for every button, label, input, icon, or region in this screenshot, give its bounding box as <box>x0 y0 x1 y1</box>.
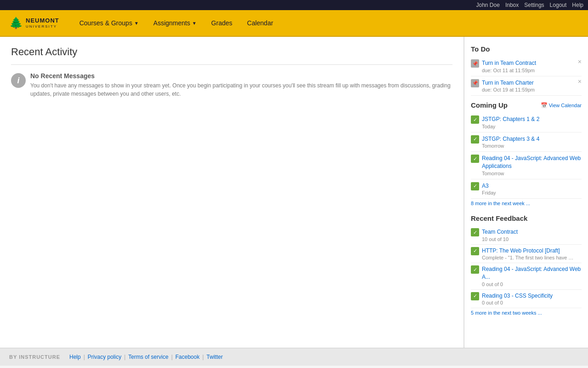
coming-up-item-0: ✓ JSTGP: Chapters 1 & 2 Today <box>471 113 582 132</box>
coming-up-item-1: ✓ JSTGP: Chapters 3 & 4 Tomorrow <box>471 132 582 152</box>
feedback-check-1: ✓ <box>471 247 479 255</box>
view-calendar-link[interactable]: 📅 View Calendar <box>541 102 582 109</box>
coming-up-item-2-when: Tomorrow <box>482 171 582 176</box>
coming-up-item-1-when: Tomorrow <box>482 143 539 149</box>
todo-item-1-content: Turn in Team Charter due: Oct 19 at 11:5… <box>482 79 535 93</box>
coming-up-item-2-link[interactable]: Reading 04 - JavaScript: Advanced Web Ap… <box>482 155 581 169</box>
coming-up-item-1-link[interactable]: JSTGP: Chapters 3 & 4 <box>482 136 539 142</box>
main-header: 🌲 NEUMONT UNIVERSITY Courses & Groups ▼ … <box>0 10 588 37</box>
help-link[interactable]: Help <box>572 2 583 8</box>
feedback-check-3: ✓ <box>471 292 479 300</box>
feedback-item-2: ✓ Reading 04 - JavaScript: Advanced Web … <box>471 263 582 289</box>
logo-area[interactable]: 🌲 NEUMONT UNIVERSITY <box>9 17 59 29</box>
pin-icon-0: 📌 <box>471 59 479 68</box>
todo-item-0: 📌 Turn in Team Contract due: Oct 11 at 1… <box>471 57 582 76</box>
todo-item-0-link[interactable]: Turn in Team Contract <box>482 60 536 66</box>
check-icon-2: ✓ <box>471 155 479 163</box>
todo-item-1-close[interactable]: × <box>578 78 582 85</box>
feedback-item-0-score: 10 out of 10 <box>482 236 582 242</box>
nav-grades[interactable]: Grades <box>205 17 239 29</box>
pin-icon-1: 📌 <box>471 79 479 87</box>
user-name: John Doe <box>476 2 500 8</box>
settings-link[interactable]: Settings <box>524 2 544 8</box>
sidebar: To Do 📌 Turn in Team Contract due: Oct 1… <box>464 37 588 348</box>
no-messages-desc: You don't have any messages to show in y… <box>30 81 452 98</box>
feedback-item-3-score: 0 out of 0 <box>482 300 582 305</box>
check-icon-3: ✓ <box>471 182 479 190</box>
logo-subname: UNIVERSITY <box>26 24 59 29</box>
inbox-link[interactable]: Inbox <box>505 2 519 8</box>
coming-up-item-3: ✓ A3 Friday <box>471 179 582 199</box>
footer-brand: BY INSTRUCTURE <box>9 354 60 360</box>
todo-item-0-content: Turn in Team Contract due: Oct 11 at 11:… <box>482 59 536 73</box>
footer-twitter-link[interactable]: Twitter <box>207 354 223 360</box>
feedback-item-1-score: Complete - "1. The first two lines have … <box>482 255 574 260</box>
todo-item-1-due: due: Oct 19 at 11:59pm <box>482 87 535 92</box>
no-messages-title: No Recent Messages <box>30 72 452 80</box>
feedback-item-2-score: 0 out of 0 <box>482 282 582 287</box>
feedback-check-2: ✓ <box>471 265 479 274</box>
more-coming-up-link[interactable]: 8 more in the next week ... <box>471 199 582 208</box>
calendar-icon: 📅 <box>541 102 548 109</box>
more-feedback-link[interactable]: 5 more in the next two weeks ... <box>471 308 582 317</box>
feedback-item-1-link[interactable]: HTTP: The Web Protocol [Draft] <box>482 247 560 254</box>
feedback-title: Recent Feedback <box>471 214 582 222</box>
todo-item-0-due: due: Oct 11 at 11:59pm <box>482 68 536 73</box>
nav-courses-groups[interactable]: Courses & Groups ▼ <box>73 17 145 29</box>
no-messages-box: i No Recent Messages You don't have any … <box>11 72 452 98</box>
coming-up-title: Coming Up <box>471 101 508 109</box>
coming-up-item-3-link[interactable]: A3 <box>482 183 489 189</box>
feedback-item-2-link[interactable]: Reading 04 - JavaScript: Advanced Web A.… <box>482 266 581 280</box>
coming-up-item-3-when: Friday <box>482 190 496 196</box>
footer-privacy-link[interactable]: Privacy policy <box>88 354 121 360</box>
feedback-item-0: ✓ Team Contract 10 out of 10 <box>471 226 582 245</box>
todo-item-1: 📌 Turn in Team Charter due: Oct 19 at 11… <box>471 76 582 96</box>
logo-text-block: NEUMONT UNIVERSITY <box>26 17 59 28</box>
main-navigation: Courses & Groups ▼ Assignments ▼ Grades … <box>73 17 280 29</box>
check-icon-1: ✓ <box>471 135 479 144</box>
footer-terms-link[interactable]: Terms of service <box>128 354 168 360</box>
main-content-area: Recent Activity i No Recent Messages You… <box>0 37 464 348</box>
coming-up-item-0-link[interactable]: JSTGP: Chapters 1 & 2 <box>482 116 539 122</box>
coming-up-header: Coming Up 📅 View Calendar <box>471 101 582 109</box>
footer-facebook-link[interactable]: Facebook <box>175 354 200 360</box>
no-messages-content: No Recent Messages You don't have any me… <box>30 72 452 98</box>
courses-arrow-icon: ▼ <box>134 21 139 26</box>
logo-name: NEUMONT <box>26 17 59 24</box>
content-wrapper: Recent Activity i No Recent Messages You… <box>0 37 588 348</box>
feedback-item-0-link[interactable]: Team Contract <box>482 229 518 235</box>
nav-calendar[interactable]: Calendar <box>241 17 280 29</box>
nav-assignments[interactable]: Assignments ▼ <box>147 17 203 29</box>
info-icon: i <box>11 73 26 88</box>
todo-item-1-link[interactable]: Turn in Team Charter <box>482 80 534 86</box>
feedback-item-3: ✓ Reading 03 - CSS Specificity 0 out of … <box>471 290 582 309</box>
feedback-section: Recent Feedback ✓ Team Contract 10 out o… <box>471 214 582 317</box>
todo-item-0-close[interactable]: × <box>578 58 582 65</box>
page-title: Recent Activity <box>11 46 452 58</box>
logout-link[interactable]: Logout <box>550 2 567 8</box>
feedback-item-1: ✓ HTTP: The Web Protocol [Draft] Complet… <box>471 245 582 264</box>
todo-section-title: To Do <box>471 45 582 53</box>
footer-links: Help | Privacy policy | Terms of service… <box>69 354 223 360</box>
footer-help-link[interactable]: Help <box>69 354 81 360</box>
coming-up-item-0-when: Today <box>482 124 539 129</box>
assignments-arrow-icon: ▼ <box>192 21 197 26</box>
logo-icon: 🌲 <box>9 17 23 29</box>
title-divider <box>11 64 452 65</box>
footer: BY INSTRUCTURE Help | Privacy policy | T… <box>0 348 588 366</box>
check-icon-0: ✓ <box>471 115 479 124</box>
feedback-check-0: ✓ <box>471 228 479 236</box>
coming-up-item-2: ✓ Reading 04 - JavaScript: Advanced Web … <box>471 152 582 179</box>
top-nav-bar: John Doe Inbox Settings Logout Help <box>0 0 588 10</box>
feedback-item-3-link[interactable]: Reading 03 - CSS Specificity <box>482 293 553 299</box>
